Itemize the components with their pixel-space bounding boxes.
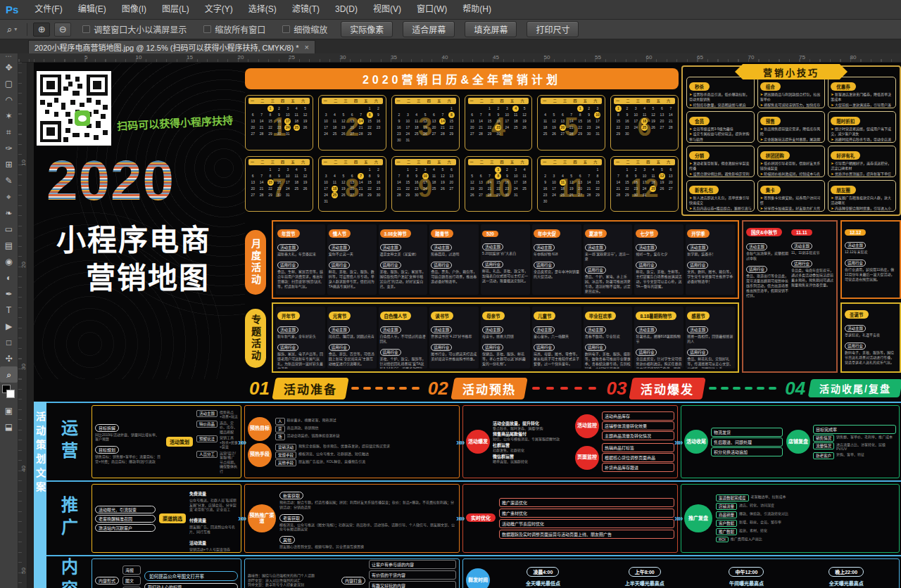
calendar-date: 10: [640, 173, 648, 179]
tool-button[interactable]: ◐: [0, 269, 18, 286]
tool-button[interactable]: ✒: [0, 286, 18, 302]
background-color-swatch[interactable]: [6, 390, 15, 398]
burst-node: 活动爆发: [466, 430, 490, 454]
document-tab[interactable]: 2020小程序电商营销地图.jpg @ 12.5% (扫码可以获得小程序扶持, …: [28, 40, 315, 53]
tool-button[interactable]: ▢: [0, 75, 18, 91]
monthly-activities-band: 年货节 活动主题 迎新春大礼，年货备起来 适用行业 食品、生鲜、家居百货等，结合…: [272, 220, 739, 299]
tool-button[interactable]: ✎: [0, 172, 18, 188]
tip-card: 优惠券 新客进店发放无门槛券，降低首单决策成本大促前统一发放满减券，引导用户凑单…: [828, 77, 896, 108]
branch-label: 活动主题: [196, 410, 218, 417]
theme-label: 活动主题: [482, 326, 503, 333]
tip-card: 预售 新品预售提前锁定需求，降低库存风险定金膨胀玩法提升支付意愿，尾款期集中催付…: [757, 111, 826, 143]
horizontal-ruler[interactable]: 5101520253035404550556065707580: [18, 53, 901, 63]
calendar-date: 14: [614, 179, 622, 186]
tip-card: 组合 把高频商品与利润款组合打包，拉高客单价搭配售卖可减轻滞销压力，加快库存周转…: [757, 77, 826, 108]
calendar-date: 23: [395, 131, 403, 137]
tool-button[interactable]: ⌕: [0, 366, 18, 383]
tip-label: 拼团团购: [760, 151, 790, 160]
tool-button[interactable]: ✣: [0, 350, 18, 366]
text-line: 优质评价置顶展示，提升新客下单信任感: [831, 172, 893, 178]
tool-button[interactable]: ▭: [0, 221, 18, 237]
calendar-date: 16: [503, 179, 511, 186]
calendar-month: 一 二 三 四 五 六 日 10 12345678910111213141516…: [465, 156, 533, 212]
menu-item[interactable]: 视图(V): [365, 0, 409, 19]
tool-button[interactable]: ❧: [0, 205, 18, 221]
channel-branch: 付费流量 朋友圈广告、回流到公众号名片、同行互推: [189, 512, 238, 535]
calendar-date: 23: [623, 124, 631, 131]
timeline-stop: 凌晨4:00 全天曝光最低点: [526, 564, 560, 587]
menu-item[interactable]: 图像(I): [114, 0, 154, 19]
tip-label: 好评有礼: [831, 151, 860, 160]
tip-label: 优惠券: [831, 82, 856, 91]
calendar-date: 22: [365, 186, 374, 192]
promotion-review-cell: 推广复盘 渠道数据完成度老客触达率、拉新成本店铺流量进店、转化、访问深度商品销量…: [681, 484, 900, 553]
calendar-date: 4: [292, 106, 301, 112]
tool-button[interactable]: ◠: [0, 91, 18, 108]
calendar-date: 17: [631, 118, 640, 124]
zoom-in-button[interactable]: ⊕: [33, 23, 50, 37]
tool-button[interactable]: ⌗: [0, 124, 18, 140]
scrubby-zoom-checkbox[interactable]: 细微缩放: [282, 23, 327, 35]
kv-row: 新老客户复购、客单、特征: [813, 452, 896, 459]
color-swatches[interactable]: [0, 383, 18, 402]
actual-pixels-button[interactable]: 实际像素: [341, 21, 393, 37]
tool-button[interactable]: ✶: [0, 108, 18, 124]
menu-item[interactable]: 文件(F): [27, 0, 70, 19]
menu-item[interactable]: 图层(L): [154, 0, 197, 19]
activity-theme: 爱你不止这一天: [329, 252, 375, 257]
text-line: 引导用户晒图好评，返券或送积分，沉淀口碑素材: [831, 161, 893, 172]
calendar-date: 28: [395, 192, 403, 198]
operations-prepare-cell: 目标拆解 同比2019年活动复盘、销量同比增长率、客户预算 目标规划 销售目标：…: [92, 405, 241, 478]
kv-row: 店铺流量进店、转化、访问深度: [716, 503, 896, 510]
tool-button[interactable]: ⌖: [0, 188, 18, 205]
tool-button[interactable]: ◉: [0, 253, 18, 269]
fit-screen-button[interactable]: 适合屏幕: [403, 21, 455, 37]
calendar-date: 24: [322, 192, 330, 198]
zoom-all-windows-checkbox[interactable]: 缩放所有窗口: [203, 23, 265, 35]
calendar-date: 6: [657, 106, 666, 112]
menu-item[interactable]: 帮助(H): [455, 0, 499, 19]
tool-button[interactable]: ✑: [0, 140, 18, 156]
ruler-tick-label: 70: [748, 54, 755, 60]
tool-button[interactable]: ⊞: [0, 156, 18, 172]
activity-title: 8.18暑期购物节: [636, 312, 676, 320]
calendar-dates: 1234567891011121314151617181920212223242…: [614, 167, 675, 198]
fill-screen-button[interactable]: 填充屏幕: [465, 21, 517, 37]
menu-item[interactable]: 文字(Y): [197, 0, 241, 19]
tool-button[interactable]: □: [0, 334, 18, 350]
canvas[interactable]: 扫码可以获得小程序扶持 2020 小程序电商 营销地图 2020营销日历&全年营…: [27, 63, 901, 588]
close-icon[interactable]: ×: [304, 43, 308, 51]
activity-theme: 遇见女神之美（宠爱她）: [380, 252, 427, 257]
realtime-node: 实时优化: [466, 513, 496, 522]
tool-button[interactable]: ✥: [0, 59, 18, 75]
panel-grip-icon[interactable]: ▪▪▪: [0, 53, 18, 59]
print-size-button[interactable]: 打印尺寸: [527, 21, 579, 37]
tool-button[interactable]: ▶: [0, 318, 18, 334]
zoom-tool-preset[interactable]: ⌕▾: [0, 24, 21, 35]
vertical-ruler[interactable]: 1020304050: [18, 63, 27, 588]
menu-item[interactable]: 窗口(W): [409, 0, 455, 19]
screen-mode-button[interactable]: ⬓: [0, 418, 18, 435]
calendar-date: 13: [477, 179, 485, 186]
calendar-date: 20: [667, 179, 675, 186]
calendar-date: 26: [520, 124, 529, 131]
quick-mask-button[interactable]: ▣: [0, 402, 18, 418]
activity-industry: 数码电子、美妆、服饰、摄影等，致敬青春可推出毕业聚惠季、青春纪念册专场，告别校园…: [585, 352, 631, 369]
tool-button[interactable]: T: [0, 302, 18, 318]
tool-button[interactable]: ▤: [0, 237, 18, 253]
channel-branch: 免费流量 公众号推送、社群人员“私域朋友圈”分发、店铺会员、分享裂变“老带新”引…: [189, 485, 238, 512]
tip-card: 限时折扣 倒计时营造紧迫感，促成用户当下成交，减少客户流失高峰时段开启秒杀专场，…: [828, 111, 896, 143]
calendar-weekdays: 一 二 三 四 五 六 日: [541, 159, 602, 165]
menu-item[interactable]: 3D(D): [327, 0, 365, 19]
zoom-out-button[interactable]: ⊖: [54, 23, 71, 37]
menu-item[interactable]: 编辑(E): [70, 0, 114, 19]
calendar-date: 23: [275, 186, 283, 192]
resize-windows-checkbox[interactable]: 调整窗口大小以满屏显示: [82, 23, 187, 35]
menu-item[interactable]: 选择(S): [241, 0, 284, 19]
menu-item[interactable]: 滤镜(T): [284, 0, 327, 19]
calendar-date: 16: [631, 179, 640, 186]
calendar-date: 8: [365, 173, 374, 179]
calendar-date: 12: [301, 112, 309, 118]
kv-row: 推广数据投放、素材、转化: [716, 528, 896, 535]
kv-value: 商品测款、热销预估: [287, 426, 319, 430]
